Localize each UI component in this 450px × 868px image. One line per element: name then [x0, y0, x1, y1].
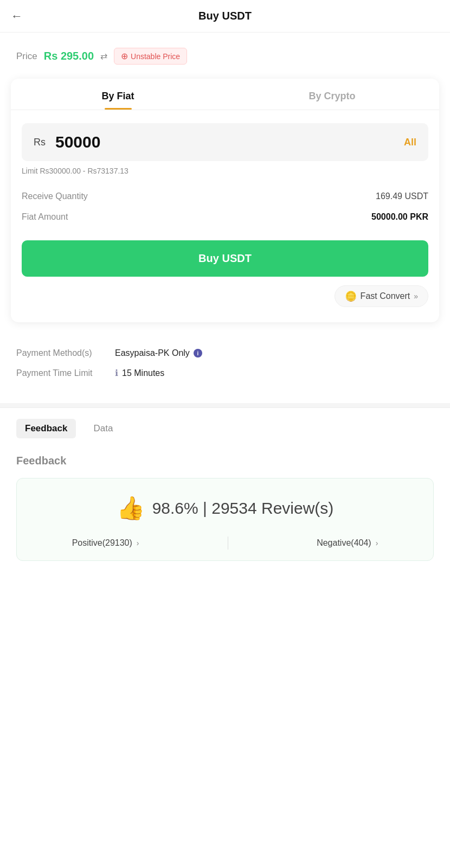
limit-text: Limit Rs30000.00 - Rs73137.13	[22, 167, 428, 175]
price-row: Price Rs 295.00 ⇄ ⊕ Unstable Price	[0, 33, 450, 74]
positive-feedback-button[interactable]: Positive(29130) ›	[72, 537, 139, 550]
amount-input-row[interactable]: Rs 50000 All	[22, 123, 428, 161]
section-separator	[0, 403, 450, 407]
fast-convert-label: Fast Convert	[361, 291, 410, 301]
payment-method-value: Easypaisa-PK Only i	[115, 348, 202, 358]
time-info-icon: ℹ	[115, 368, 118, 378]
payment-time-value: ℹ 15 Minutes	[115, 368, 164, 378]
negative-feedback-button[interactable]: Negative(404) ›	[317, 537, 378, 550]
rating-text: 98.6% | 29534 Review(s)	[152, 499, 334, 518]
fast-convert-row: 🪙 Fast Convert »	[11, 285, 439, 307]
section-tab-data[interactable]: Data	[85, 419, 121, 438]
review-count: 29534 Review(s)	[211, 499, 333, 517]
payment-method-label: Payment Method(s)	[16, 348, 108, 358]
positive-arrow: ›	[137, 539, 139, 547]
positive-label: Positive(29130)	[72, 538, 132, 548]
tab-bar: By Fiat By Crypto	[11, 79, 439, 110]
price-currency: Rs	[44, 50, 58, 62]
price-number: 295.00	[61, 50, 94, 62]
tab-by-crypto[interactable]: By Crypto	[225, 79, 439, 110]
payment-method-row: Payment Method(s) Easypaisa-PK Only i	[16, 348, 434, 358]
fiat-amount-row: Fiat Amount 50000.00 PKR	[11, 207, 439, 227]
header: ← Buy USDT	[0, 0, 450, 33]
amount-value: 50000	[55, 133, 100, 151]
negative-label: Negative(404)	[317, 538, 371, 548]
amount-currency-symbol: Rs	[34, 137, 46, 148]
payment-section: Payment Method(s) Easypaisa-PK Only i Pa…	[0, 333, 450, 403]
back-button[interactable]: ←	[11, 9, 23, 23]
feedback-section: Feedback 👍 98.6% | 29534 Review(s) Posit…	[0, 444, 450, 577]
feedback-card: 👍 98.6% | 29534 Review(s) Positive(29130…	[16, 478, 434, 561]
payment-time-row: Payment Time Limit ℹ 15 Minutes	[16, 368, 434, 378]
negative-arrow: ›	[376, 539, 378, 547]
payment-time-text: 15 Minutes	[122, 368, 164, 378]
receive-quantity-row: Receive Quantity 169.49 USDT	[11, 186, 439, 207]
feedback-actions: Positive(29130) › Negative(404) ›	[28, 537, 422, 550]
price-value: Rs 295.00	[44, 50, 94, 62]
section-tab-feedback[interactable]: Feedback	[16, 419, 76, 438]
payment-time-label: Payment Time Limit	[16, 368, 108, 378]
refresh-icon[interactable]: ⇄	[100, 51, 107, 61]
feedback-rating-row: 👍 98.6% | 29534 Review(s)	[28, 495, 422, 521]
payment-info-icon: i	[194, 349, 202, 358]
all-button[interactable]: All	[404, 137, 416, 148]
thumbs-up-icon: 👍	[117, 495, 145, 521]
section-tab-bar: Feedback Data	[0, 407, 450, 444]
receive-label: Receive Quantity	[22, 192, 88, 201]
receive-value: 169.49 USDT	[376, 192, 428, 201]
price-label: Price	[16, 51, 37, 62]
fiat-value: 50000.00 PKR	[371, 212, 428, 222]
rating-separator: |	[203, 499, 211, 517]
fiat-label: Fiat Amount	[22, 212, 68, 222]
rating-percent: 98.6%	[152, 499, 198, 517]
fast-convert-icon: 🪙	[345, 290, 357, 302]
buy-usdt-button[interactable]: Buy USDT	[22, 240, 428, 277]
tab-by-fiat[interactable]: By Fiat	[11, 79, 225, 110]
payment-method-text: Easypaisa-PK Only	[115, 348, 190, 358]
unstable-label: Unstable Price	[131, 52, 180, 61]
unstable-icon: ⊕	[121, 51, 128, 61]
unstable-price-badge: ⊕ Unstable Price	[114, 48, 187, 65]
feedback-divider	[228, 537, 228, 550]
feedback-title: Feedback	[16, 455, 434, 467]
fast-convert-button[interactable]: 🪙 Fast Convert »	[335, 285, 428, 307]
main-card: By Fiat By Crypto Rs 50000 All Limit Rs3…	[11, 79, 439, 322]
page-title: Buy USDT	[198, 10, 252, 22]
fast-convert-arrows: »	[414, 292, 418, 301]
